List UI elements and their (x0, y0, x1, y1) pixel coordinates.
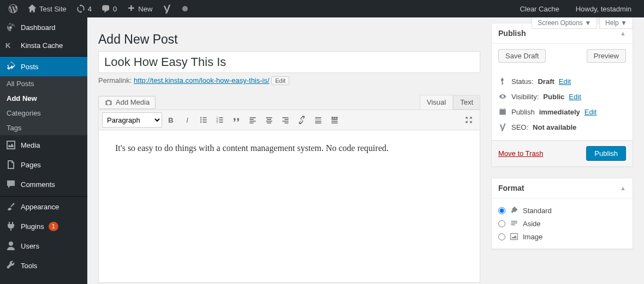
permalink-edit-btn[interactable]: Edit (271, 76, 289, 85)
menu-users[interactable]: Users (0, 236, 87, 256)
link-btn[interactable] (294, 112, 309, 128)
comments[interactable]: 0 (98, 0, 121, 17)
toggle-icon: ▲ (620, 30, 626, 37)
editor-body[interactable]: It's so easy to do things with a content… (98, 130, 480, 283)
yoast-seo-icon (498, 123, 507, 131)
more-btn[interactable] (311, 112, 326, 128)
eye-icon (498, 92, 507, 101)
permalink-row: Permalink: http://test.kinsta.com/look-h… (98, 73, 480, 88)
wp-logo[interactable] (4, 0, 22, 17)
submenu-add-new[interactable]: Add New (0, 91, 87, 106)
image-icon (510, 232, 518, 241)
page-icon (5, 159, 16, 170)
ul-btn[interactable] (196, 112, 211, 128)
tab-text[interactable]: Text (453, 95, 480, 110)
publish-metabox: Publish▲ Save Draft Preview Status: Draf… (491, 23, 633, 167)
howdy[interactable]: Howdy, testadmin (572, 0, 635, 17)
menu-plugins[interactable]: Plugins1 (0, 216, 87, 236)
align-right-btn[interactable] (278, 112, 293, 128)
svg-rect-34 (331, 121, 337, 122)
camera-icon (104, 98, 113, 107)
toolbar-toggle-btn[interactable] (327, 112, 342, 128)
svg-rect-13 (219, 122, 223, 123)
svg-rect-3 (202, 117, 206, 118)
screen-options-btn[interactable]: Screen Options ▼ (532, 17, 597, 29)
svg-rect-38 (511, 225, 515, 226)
svg-rect-9 (219, 117, 223, 118)
svg-rect-17 (249, 123, 253, 124)
svg-point-6 (200, 122, 201, 123)
format-aside-radio[interactable] (498, 220, 505, 227)
svg-rect-21 (267, 123, 271, 124)
toggle-icon: ▲ (620, 185, 626, 191)
yoast-icon[interactable] (158, 0, 176, 17)
pin-icon (5, 61, 16, 72)
svg-rect-26 (315, 117, 321, 118)
post-title-input[interactable] (98, 51, 480, 73)
link-icon (297, 116, 306, 124)
format-standard-radio[interactable] (498, 207, 505, 214)
add-media-btn[interactable]: Add Media (98, 96, 156, 109)
bold-btn[interactable]: B (163, 112, 178, 128)
italic-btn[interactable]: I (180, 112, 195, 128)
status-dot[interactable] (178, 0, 192, 17)
comments-icon (5, 179, 16, 190)
menu-tools[interactable]: Tools (0, 256, 87, 275)
readmore-icon (314, 116, 323, 124)
save-draft-btn[interactable]: Save Draft (498, 49, 546, 63)
svg-rect-28 (315, 121, 321, 122)
svg-rect-14 (249, 117, 255, 118)
help-btn[interactable]: Help ▼ (599, 17, 633, 29)
plugin-badge: 1 (49, 222, 58, 231)
align-left-icon (248, 116, 257, 124)
svg-rect-32 (336, 117, 337, 118)
menu-kinsta[interactable]: KKinsta Cache (0, 37, 87, 54)
circle-icon (182, 5, 188, 12)
clear-cache[interactable]: Clear Cache (516, 0, 563, 17)
ol-btn[interactable]: 123 (212, 112, 228, 128)
align-center-icon (265, 116, 273, 124)
svg-rect-20 (266, 121, 272, 122)
menu-media[interactable]: Media (0, 135, 87, 155)
site-name[interactable]: Test Site (24, 0, 70, 17)
align-center-btn[interactable] (261, 112, 277, 128)
format-select[interactable]: Paragraph (102, 112, 162, 128)
update-icon (76, 4, 85, 13)
edit-schedule[interactable]: Edit (585, 108, 597, 116)
move-to-trash[interactable]: Move to Trash (498, 149, 543, 158)
list-ol-icon: 123 (216, 116, 224, 124)
svg-rect-22 (282, 117, 288, 118)
align-left-btn[interactable] (245, 112, 260, 128)
svg-text:3: 3 (217, 121, 218, 124)
wordpress-icon (8, 4, 18, 14)
wrench-icon (5, 260, 16, 271)
tab-visual[interactable]: Visual (420, 95, 453, 110)
menu-dashboard[interactable]: Dashboard (0, 17, 87, 37)
preview-btn[interactable]: Preview (587, 49, 626, 63)
svg-rect-15 (249, 119, 253, 120)
updates[interactable]: 4 (73, 0, 96, 17)
brush-icon (5, 201, 16, 212)
submenu-categories[interactable]: Categories (0, 106, 87, 120)
menu-comments[interactable]: Comments (0, 174, 87, 194)
edit-visibility[interactable]: Edit (569, 93, 581, 101)
submenu-all-posts[interactable]: All Posts (0, 76, 87, 91)
edit-status[interactable]: Edit (559, 77, 571, 86)
svg-rect-5 (202, 119, 206, 120)
format-image-radio[interactable] (498, 233, 505, 240)
distraction-free-btn[interactable] (461, 112, 476, 128)
page-title: Add New Post (98, 23, 480, 51)
quote-btn[interactable] (229, 112, 244, 128)
submenu-tags[interactable]: Tags (0, 120, 87, 135)
svg-rect-39 (511, 233, 518, 239)
menu-pages[interactable]: Pages (0, 155, 87, 174)
menu-posts[interactable]: Posts (0, 57, 87, 76)
permalink-url[interactable]: http://test.kinsta.com/look-how-easy-thi… (134, 76, 270, 84)
publish-btn[interactable]: Publish (586, 146, 626, 161)
menu-appearance[interactable]: Appearance (0, 197, 87, 216)
posts-submenu: All Posts Add New Categories Tags (0, 76, 87, 135)
svg-rect-27 (315, 119, 321, 119)
new-content[interactable]: New (123, 0, 156, 17)
svg-point-4 (200, 119, 201, 120)
format-header[interactable]: Format▲ (492, 178, 633, 198)
